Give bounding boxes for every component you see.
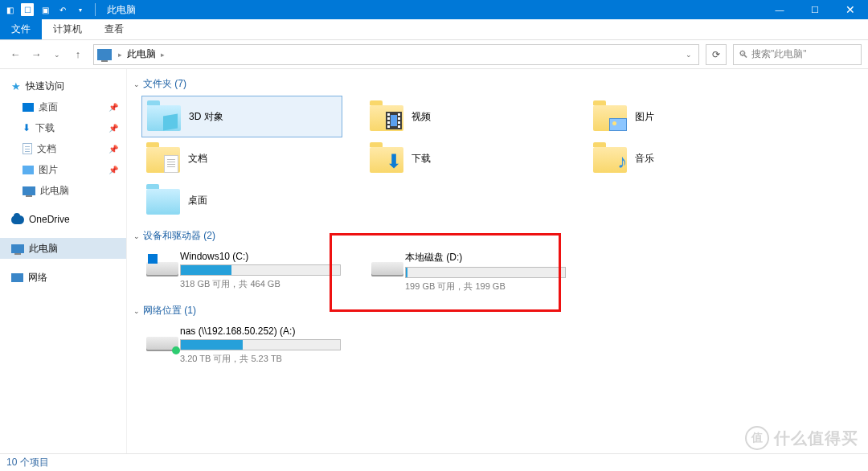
tab-computer[interactable]: 计算机 [42, 19, 93, 39]
folder-pictures[interactable]: 图片 [588, 96, 789, 137]
folder-icon [146, 186, 180, 215]
tab-file[interactable]: 文件 [0, 19, 42, 39]
document-icon [23, 143, 32, 154]
chevron-right-icon[interactable]: ▸ [159, 51, 166, 59]
folder-desktop[interactable]: 桌面 [141, 179, 342, 221]
folder-label: 3D 对象 [189, 110, 223, 124]
folder-label: 视频 [411, 110, 431, 124]
drive-network-a[interactable]: nas (\\192.168.50.252) (A:) 3.20 TB 可用，共… [141, 322, 344, 368]
sidebar-label: 此电脑 [29, 242, 58, 256]
folder-3d-objects[interactable]: 3D 对象 [141, 96, 342, 137]
forward-button[interactable]: → [27, 46, 45, 63]
content-pane: ⌄文件夹 (7) 3D 对象 视频 图片 文档 ⬇ 下载 [127, 69, 868, 453]
sidebar-label: 文档 [37, 142, 56, 156]
ribbon-tabs: 文件 计算机 查看 [0, 19, 868, 40]
up-button[interactable]: ↑ [69, 46, 87, 63]
drive-d[interactable]: 本地磁盘 (D:) 199 GB 可用，共 199 GB [366, 248, 569, 296]
search-icon: 🔍︎ [739, 49, 748, 60]
group-label: 网络位置 (1) [143, 304, 196, 317]
qat-properties-icon[interactable]: ☐ [21, 3, 34, 16]
sidebar-documents[interactable]: 文档📌 [0, 138, 126, 159]
capacity-fill [406, 268, 407, 277]
drive-capacity-text: 3.20 TB 可用，共 5.23 TB [180, 353, 341, 365]
recent-dropdown[interactable]: ⌄ [48, 46, 66, 63]
search-placeholder: 搜索"此电脑" [751, 47, 807, 61]
sidebar-this-pc[interactable]: 此电脑 [0, 238, 126, 259]
network-icon [11, 273, 23, 282]
desktop-icon [23, 103, 34, 112]
sidebar-this-pc-quick[interactable]: 此电脑 [0, 180, 126, 201]
download-icon: ⬇ [23, 122, 31, 133]
folder-videos[interactable]: 视频 [365, 96, 566, 137]
address-bar[interactable]: ▸ 此电脑 ▸ ⌄ [93, 44, 699, 65]
sidebar-quick-access[interactable]: ★快速访问 [0, 76, 126, 96]
sidebar-label: 网络 [28, 271, 47, 285]
title-bar: ◧ ☐ ▣ ↶ ▾ 此电脑 ― ☐ ✕ [0, 0, 868, 19]
group-header-network[interactable]: ⌄网络位置 (1) [133, 304, 862, 317]
folder-label: 文档 [188, 152, 207, 166]
sidebar-desktop[interactable]: 桌面📌 [0, 96, 126, 117]
sidebar-label: 此电脑 [40, 184, 69, 198]
search-box[interactable]: 🔍︎ 搜索"此电脑" [733, 44, 862, 65]
qat-new-folder-icon[interactable]: ▣ [39, 3, 51, 16]
folder-label: 下载 [411, 152, 431, 166]
tab-view[interactable]: 查看 [93, 19, 135, 39]
maximize-button[interactable]: ☐ [797, 0, 833, 19]
navigation-bar: ← → ⌄ ↑ ▸ 此电脑 ▸ ⌄ ⟳ 🔍︎ 搜索"此电脑" [0, 40, 868, 69]
chevron-down-icon: ⌄ [133, 307, 140, 315]
this-pc-icon [11, 244, 24, 253]
drive-icon [145, 251, 172, 278]
folder-icon: ♪ [593, 144, 627, 173]
folder-icon [593, 102, 627, 131]
folder-documents[interactable]: 文档 [141, 137, 342, 179]
sidebar-label: OneDrive [29, 214, 70, 225]
window-controls: ― ☐ ✕ [762, 0, 868, 19]
folder-music[interactable]: ♪ 音乐 [588, 137, 789, 179]
drive-c[interactable]: Windows10 (C:) 318 GB 可用，共 464 GB [141, 248, 344, 296]
drive-capacity-text: 199 GB 可用，共 199 GB [405, 281, 566, 293]
capacity-fill [181, 340, 243, 350]
folder-icon [147, 102, 181, 131]
group-header-devices[interactable]: ⌄设备和驱动器 (2) [133, 229, 862, 243]
watermark-text: 什么值得买 [774, 428, 858, 449]
status-item-count: 10 个项目 [6, 456, 49, 469]
sidebar-label: 快速访问 [26, 80, 64, 93]
qat-undo-icon[interactable]: ↶ [56, 3, 69, 16]
pin-icon: 📌 [108, 124, 118, 133]
sidebar-network[interactable]: 网络 [0, 267, 126, 288]
sidebar-label: 桌面 [39, 100, 58, 114]
capacity-bar [180, 339, 341, 350]
back-button[interactable]: ← [6, 46, 24, 63]
group-header-folders[interactable]: ⌄文件夹 (7) [133, 77, 862, 91]
divider [95, 3, 96, 16]
sidebar-label: 下载 [35, 121, 55, 135]
pin-icon: 📌 [108, 166, 118, 174]
address-dropdown-icon[interactable]: ⌄ [682, 51, 695, 59]
this-pc-icon [23, 186, 35, 195]
star-icon: ★ [11, 80, 21, 92]
capacity-bar [180, 264, 341, 276]
qat-redo-icon[interactable]: ▾ [74, 3, 87, 16]
sidebar-label: 图片 [39, 163, 58, 177]
folder-label: 图片 [635, 110, 654, 124]
folder-label: 桌面 [188, 194, 207, 207]
folder-label: 音乐 [635, 152, 654, 166]
close-button[interactable]: ✕ [833, 0, 868, 19]
refresh-button[interactable]: ⟳ [706, 44, 727, 65]
folder-icon [370, 102, 403, 131]
breadcrumb-this-pc[interactable]: 此电脑 [124, 47, 159, 61]
drive-name: nas (\\192.168.50.252) (A:) [180, 326, 341, 337]
chevron-right-icon[interactable]: ▸ [117, 51, 124, 59]
navigation-pane: ★快速访问 桌面📌 ⬇下载📌 文档📌 图片📌 此电脑 OneDrive 此电脑 … [0, 69, 127, 453]
chevron-down-icon: ⌄ [133, 80, 140, 88]
capacity-fill [181, 265, 231, 275]
folder-downloads[interactable]: ⬇ 下载 [365, 137, 566, 179]
folder-icon: ⬇ [370, 144, 403, 173]
chevron-down-icon: ⌄ [133, 232, 140, 240]
status-bar: 10 个项目 [0, 453, 868, 471]
sidebar-onedrive[interactable]: OneDrive [0, 209, 126, 230]
minimize-button[interactable]: ― [762, 0, 797, 19]
sidebar-pictures[interactable]: 图片📌 [0, 159, 126, 180]
pin-icon: 📌 [108, 103, 118, 112]
sidebar-downloads[interactable]: ⬇下载📌 [0, 117, 126, 138]
